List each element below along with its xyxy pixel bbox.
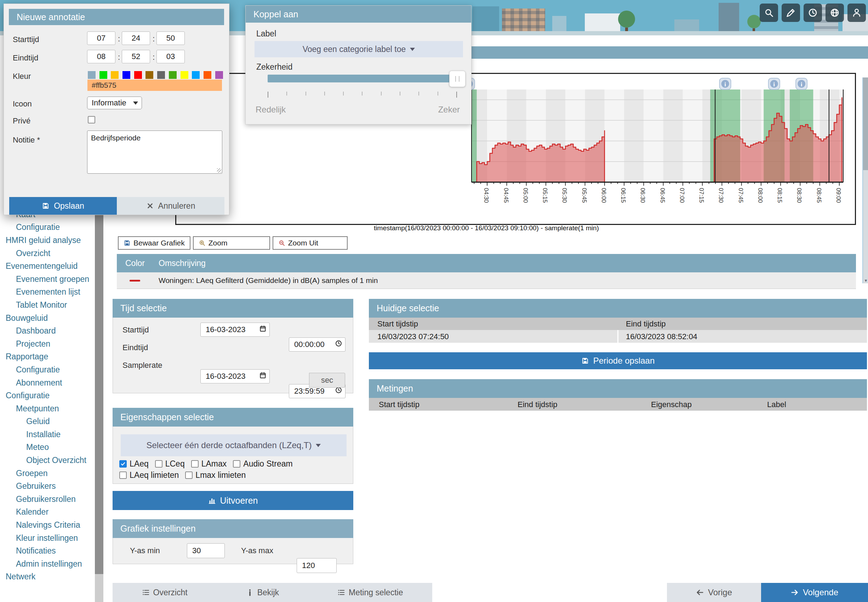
octaafbanden-dropdown[interactable]: Selecteer één derde octaafbanden (LZeq,T… (121, 435, 346, 456)
periode-opslaan-button[interactable]: Periode opslaan (369, 352, 867, 369)
checkbox[interactable] (119, 471, 127, 479)
sidebar-item-projecten[interactable]: Projecten (0, 338, 95, 350)
color-swatch[interactable] (100, 71, 107, 79)
search-button[interactable] (760, 3, 778, 22)
option-laeq-limieten[interactable]: LAeq limieten (119, 470, 179, 480)
color-swatch[interactable] (123, 71, 130, 79)
edit-button[interactable] (782, 3, 800, 22)
sidebar-item-configuratie[interactable]: Configuratie (0, 363, 95, 376)
sidebar-item-notificaties[interactable]: Notificaties (0, 544, 95, 557)
sidebar-item-dashboard[interactable]: Dashboard (0, 324, 95, 338)
sidebar-item-abonnement[interactable]: Abonnement (0, 376, 95, 389)
chart-scrollbar[interactable]: ▼ (862, 77, 868, 283)
vorige-button[interactable]: Vorige (667, 583, 761, 602)
color-swatch[interactable] (180, 71, 188, 79)
zoom-uit-button[interactable]: Zoom Uit (272, 236, 348, 250)
sidebar-item-configuratie[interactable]: Configuratie (0, 389, 95, 402)
sidebar-item-configuratie[interactable]: Configuratie (0, 221, 95, 234)
color-swatch[interactable] (146, 71, 153, 79)
option-audio-stream[interactable]: Audio Stream (233, 459, 292, 468)
sidebar-item-netwerk[interactable]: Netwerk (0, 571, 95, 584)
volgende-button[interactable]: Volgende (761, 583, 868, 602)
globe-button[interactable] (825, 3, 844, 22)
uitvoeren-button[interactable]: Uitvoeren (112, 491, 353, 510)
option-lceq[interactable]: LCeq (155, 459, 185, 468)
color-swatch[interactable] (111, 71, 119, 79)
sidebar-item-rapportage[interactable]: Rapportage (0, 350, 95, 364)
bewaar-grafiek-button[interactable]: Bewaar Grafiek (118, 236, 191, 250)
end-second-input[interactable]: 03 (157, 50, 185, 63)
legend-row[interactable]: Woningen: LAeq Gefilterd (Gemiddelde) in… (117, 272, 856, 289)
chart-scrollbar-down-icon[interactable]: ▼ (863, 278, 868, 283)
sidebar-item-groepen[interactable]: Groepen (0, 467, 95, 480)
meting-selectie-button[interactable]: Meting selectie (337, 588, 403, 597)
sidebar-item-installatie[interactable]: Installatie (0, 428, 95, 441)
start-minute-input[interactable]: 24 (122, 31, 150, 45)
checkbox[interactable] (191, 460, 199, 468)
checkbox[interactable] (155, 460, 163, 468)
checkbox[interactable] (119, 460, 127, 468)
annuleren-button[interactable]: Annuleren (117, 197, 225, 215)
sidebar-item-hmri-geluid-analyse[interactable]: HMRI geluid analyse (0, 234, 95, 247)
opslaan-button[interactable]: Opslaan (9, 197, 117, 215)
calendar-icon[interactable] (259, 372, 266, 381)
sidebar-item-kalender[interactable]: Kalender (0, 506, 95, 519)
sidebar-item-meetpunten[interactable]: Meetpunten (0, 402, 95, 415)
option-lmax-limieten[interactable]: Lmax limieten (185, 470, 246, 480)
sidebar-item-bouwgeluid[interactable]: Bouwgeluid (0, 312, 95, 325)
sidebar-item-geluid[interactable]: Geluid (0, 415, 95, 428)
clock-icon[interactable] (335, 340, 342, 349)
end-minute-input[interactable]: 52 (122, 50, 150, 63)
sidebar-item-tablet-monitor[interactable]: Tablet Monitor (0, 298, 95, 312)
sidebar-item-gebruikersrollen[interactable]: Gebruikersrollen (0, 493, 95, 506)
zoom-button[interactable]: Zoom (193, 236, 270, 250)
sidebar-scrollbar-thumb[interactable] (95, 198, 103, 574)
categorie-label-dropdown[interactable]: Voeg een categorie label toe (254, 41, 463, 57)
sidebar-item-meteo[interactable]: Meteo (0, 441, 95, 454)
prive-checkbox[interactable] (88, 116, 95, 123)
sidebar-item-evenementengeluid[interactable]: Evenementengeluid (0, 260, 95, 273)
end-date-input[interactable]: 16-03-2023 (200, 369, 270, 383)
sidebar-item-kleur-instellingen[interactable]: Kleur instellingen (0, 531, 95, 545)
color-swatch[interactable] (134, 71, 142, 79)
sidebar-item-gebruikers[interactable]: Gebruikers (0, 480, 95, 493)
bekijk-button[interactable]: Bekijk (246, 588, 279, 597)
start-second-input[interactable]: 50 (157, 31, 185, 45)
sidebar-item-admin-instellingen[interactable]: Admin instellingen (0, 557, 95, 571)
user-button[interactable] (848, 3, 866, 22)
color-swatch[interactable] (215, 71, 223, 79)
start-time-value: 00:00:00 (294, 340, 325, 349)
sidebar-item-nalevings-criteria[interactable]: Nalevings Criteria (0, 519, 95, 531)
color-swatch[interactable] (203, 71, 211, 79)
sidebar-item-object-overzicht[interactable]: Object Overzicht (0, 454, 95, 467)
huidige-data-row[interactable]: 16/03/2023 07:24:50 16/03/2023 08:52:04 (369, 330, 867, 343)
checkbox[interactable] (233, 460, 240, 468)
color-swatch[interactable] (192, 71, 200, 79)
sidebar-item-evenement-groepen[interactable]: Evenement groepen (0, 273, 95, 286)
end-hour-input[interactable]: 08 (87, 50, 115, 63)
sidebar-item-overzicht[interactable]: Overzicht (0, 247, 95, 260)
clock-icon[interactable] (335, 387, 342, 396)
start-time-input[interactable]: 00:00:00 (289, 338, 345, 352)
resize-handle-icon[interactable] (217, 168, 221, 173)
start-date-input[interactable]: 16-03-2023 (200, 322, 270, 337)
chart-scrollbar-thumb[interactable] (863, 77, 868, 170)
zekerheid-slider-track[interactable] (268, 75, 457, 82)
color-swatch[interactable] (157, 71, 165, 79)
color-swatch[interactable] (169, 71, 177, 79)
selected-color-bar[interactable]: #ffb575 (88, 80, 222, 91)
start-hour-input[interactable]: 07 (87, 31, 115, 45)
y-as-max-input[interactable]: 120 (297, 558, 337, 573)
icoon-select[interactable]: Informatie (87, 97, 142, 109)
option-lamax[interactable]: LAmax (191, 459, 227, 468)
notitie-textarea[interactable]: Bedrijfsperiode (87, 131, 222, 174)
option-laeq[interactable]: LAeq (119, 459, 149, 468)
zekerheid-slider-handle[interactable] (449, 71, 465, 87)
color-swatch[interactable] (88, 71, 95, 79)
sidebar-item-evenementen-lijst[interactable]: Evenementen lijst (0, 286, 95, 299)
calendar-icon[interactable] (259, 325, 266, 335)
y-as-min-input[interactable]: 30 (187, 543, 225, 558)
clock-button[interactable] (803, 3, 822, 22)
overzicht-button[interactable]: Overzicht (142, 588, 188, 597)
checkbox[interactable] (185, 471, 192, 479)
